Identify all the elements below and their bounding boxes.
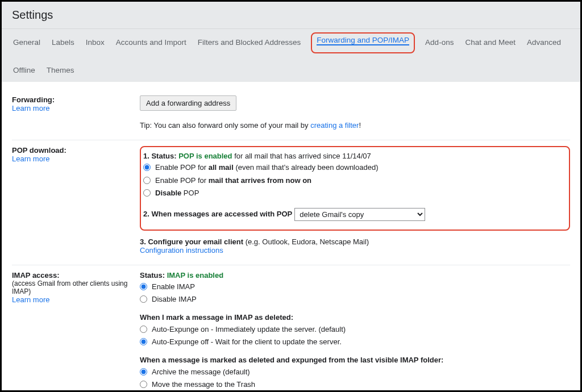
pop-status-enabled: POP is enabled (178, 152, 232, 160)
pop-option-now-on: Enable POP for mail that arrives from no… (143, 175, 563, 186)
tip-suffix: ! (359, 121, 361, 130)
imap-sub: (access Gmail from other clients using I… (12, 280, 140, 295)
imap-expunged-head: When a message is marked as deleted and … (140, 356, 570, 364)
imap-radio-enable[interactable] (140, 283, 147, 290)
pop-action-select[interactable]: delete Gmail's copy (294, 208, 425, 221)
opt1-bold: all mail (209, 163, 234, 172)
expunge-off-row: Auto-Expunge off - Wait for the client t… (140, 336, 570, 348)
tab-forwarding-highlight: Forwarding and POP/IMAP (311, 32, 415, 53)
tab-offline[interactable]: Offline (12, 62, 36, 81)
tab-advanced[interactable]: Advanced (526, 35, 562, 53)
imap-enable-label: Enable IMAP (152, 281, 195, 293)
pop-radio-all-mail[interactable] (143, 164, 151, 171)
forwarding-tip: Tip: You can also forward only some of y… (140, 121, 570, 130)
section-pop: POP download: Learn more 1. Status: POP … (12, 140, 570, 265)
opt1-tail: (even mail that's already been downloade… (234, 163, 379, 172)
forwarding-title: Forwarding: (12, 95, 140, 104)
imap-body: Status: IMAP is enabled Enable IMAP Disa… (140, 271, 570, 393)
trash-label: Move the message to the Trash (152, 379, 255, 390)
archive-label: Archive the message (default) (152, 366, 250, 378)
forwarding-label-col: Forwarding: Learn more (12, 95, 140, 130)
tab-themes[interactable]: Themes (45, 62, 76, 81)
pop-config-tail: (e.g. Outlook, Eudora, Netscape Mail) (243, 237, 369, 246)
imap-title: IMAP access: (12, 271, 140, 280)
archive-row: Archive the message (default) (140, 366, 570, 378)
tab-general[interactable]: General (12, 35, 41, 53)
imap-status-pre: Status: (140, 271, 167, 280)
add-forwarding-button[interactable]: Add a forwarding address (140, 95, 236, 111)
opt2-pre: Enable POP for (155, 176, 209, 185)
imap-deleted-head: When I mark a message in IMAP as deleted… (140, 313, 570, 322)
expunge-on-row: Auto-Expunge on - Immediately update the… (140, 324, 570, 335)
settings-tabs: General Labels Inbox Accounts and Import… (2, 29, 580, 82)
tab-filters[interactable]: Filters and Blocked Addresses (197, 35, 302, 53)
imap-disable-row: Disable IMAP (140, 294, 570, 305)
tab-chat[interactable]: Chat and Meet (464, 35, 517, 53)
pop-radio-disable[interactable] (143, 189, 151, 197)
tip-prefix: Tip: You can also forward only some of y… (140, 121, 310, 130)
forwarding-learn-more[interactable]: Learn more (12, 104, 49, 112)
settings-content: Forwarding: Learn more Add a forwarding … (2, 82, 580, 392)
tab-inbox[interactable]: Inbox (85, 35, 106, 53)
radio-expunge-off[interactable] (140, 338, 147, 345)
tab-forwarding[interactable]: Forwarding and POP/IMAP (317, 36, 409, 45)
trash-row: Move the message to the Trash (140, 379, 570, 390)
imap-learn-more[interactable]: Learn more (12, 295, 49, 304)
pop-learn-more[interactable]: Learn more (12, 155, 49, 163)
pop-radio-now-on[interactable] (143, 177, 151, 184)
opt3-bold: Disable (155, 189, 181, 197)
imap-status: Status: IMAP is enabled (140, 271, 570, 280)
imap-radio-disable[interactable] (140, 295, 147, 303)
radio-archive[interactable] (140, 368, 147, 376)
pop-status-num: 1. Status: (143, 152, 178, 160)
pop-config-link[interactable]: Configuration instructions (140, 246, 223, 255)
pop-option-disable: Disable POP (143, 187, 563, 199)
pop-action-label: 2. When messages are accessed with POP (143, 208, 292, 220)
imap-disable-label: Disable IMAP (152, 294, 197, 305)
pop-label-col: POP download: Learn more (12, 146, 140, 255)
opt3-tail: POP (181, 189, 199, 197)
forwarding-body: Add a forwarding address Tip: You can al… (140, 95, 570, 130)
tab-accounts[interactable]: Accounts and Import (115, 35, 188, 53)
settings-header: Settings (2, 2, 580, 29)
page-title: Settings (12, 9, 570, 22)
pop-body: 1. Status: POP is enabled for all mail t… (140, 146, 570, 255)
expunge-off-label: Auto-Expunge off - Wait for the client t… (152, 336, 342, 348)
pop-highlight-box: 1. Status: POP is enabled for all mail t… (140, 146, 570, 231)
pop-action-row: 2. When messages are accessed with POP d… (143, 208, 563, 221)
pop-option-all-mail: Enable POP for all mail (even mail that'… (143, 162, 563, 173)
radio-trash[interactable] (140, 381, 147, 388)
radio-expunge-on[interactable] (140, 326, 147, 333)
imap-status-enabled: IMAP is enabled (167, 271, 223, 280)
pop-status: 1. Status: POP is enabled for all mail t… (143, 152, 563, 160)
pop-title: POP download: (12, 146, 140, 155)
tab-labels[interactable]: Labels (51, 35, 76, 53)
tab-addons[interactable]: Add-ons (424, 35, 455, 53)
pop-status-tail: for all mail that has arrived since 11/1… (232, 152, 371, 160)
opt1-pre: Enable POP for (155, 163, 209, 172)
create-filter-link[interactable]: creating a filter (310, 121, 359, 130)
expunge-on-label: Auto-Expunge on - Immediately update the… (152, 324, 346, 335)
pop-config: 3. Configure your email client (e.g. Out… (140, 237, 570, 246)
opt2-bold: mail that arrives from now on (209, 176, 311, 185)
section-forwarding: Forwarding: Learn more Add a forwarding … (12, 90, 570, 140)
imap-label-col: IMAP access: (access Gmail from other cl… (12, 271, 140, 393)
section-imap: IMAP access: (access Gmail from other cl… (12, 265, 570, 393)
imap-enable-row: Enable IMAP (140, 281, 570, 293)
pop-config-num: 3. Configure your email client (140, 237, 243, 246)
